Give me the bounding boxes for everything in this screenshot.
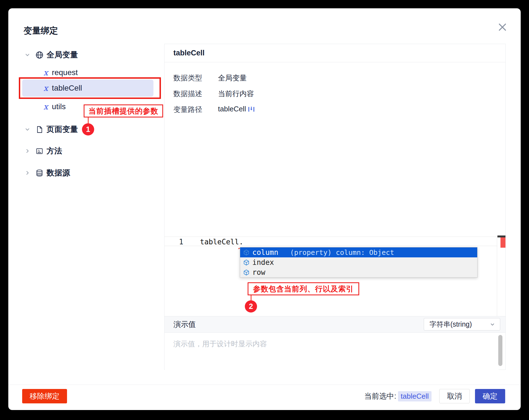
annotation-connector [88,117,89,124]
tree-section-label: 全局变量 [47,50,78,60]
dialog-title: 变量绑定 [24,25,58,37]
current-selection-label: 当前选中: [364,391,396,401]
suggestion-item-row[interactable]: row [240,267,477,277]
autocomplete-dropdown: column (property) column: Object index [240,247,477,278]
tree-item-utils[interactable]: x utils [43,100,66,113]
tree-section-datasource[interactable]: 数据源 [24,166,70,180]
suggestion-item-index[interactable]: index [240,257,477,267]
editor-code-line[interactable]: tableCell. [200,238,243,246]
suggestion-item-column[interactable]: column (property) column: Object [240,247,477,257]
detail-row-label: 数据类型 [173,73,202,83]
annotation-callout-slot-params: 当前插槽提供的参数 [84,104,163,117]
demo-value-label: 演示值 [173,319,196,329]
annotation-badge-1: 1 [82,123,94,135]
overview-error-marker [500,237,505,248]
suggestion-label: column [252,248,278,257]
chevron-right-icon[interactable] [24,148,31,154]
cancel-button[interactable]: 取消 [439,389,470,403]
tree-section-page-variables[interactable]: 页面变量 [24,123,78,136]
chevron-down-icon [489,321,495,327]
demo-value-input[interactable] [165,333,499,370]
cube-icon [243,269,250,276]
cube-icon [243,249,250,256]
svg-text:fx: fx [38,149,40,153]
variable-detail-panel: tableCell 数据类型 全局变量 数据描述 当前行内容 变量路径 tabl… [164,44,506,370]
tree-section-label: 数据源 [47,168,70,178]
page-icon [35,126,44,134]
detail-row-label: 变量路径 [173,105,202,114]
badge-number: 1 [86,125,90,134]
suggestion-label: index [252,258,274,267]
insert-variable-icon[interactable] [248,106,255,114]
chevron-down-icon[interactable] [24,52,31,58]
overview-ruler-mark [497,235,505,237]
tree-section-label: 页面变量 [47,124,78,135]
tree-item-label: utils [52,102,66,111]
footer-actions: 当前选中: tableCell 取消 确定 [364,389,505,403]
current-selection-value: tableCell [398,391,432,401]
scrollbar-thumb[interactable] [498,335,502,366]
detail-title: tableCell [173,49,205,57]
detail-row-value: 当前行内容 [218,89,254,99]
tree-section-methods[interactable]: fx 方法 [24,144,62,158]
editor-ruler-line [497,237,497,316]
database-icon [35,169,44,177]
value-type-select[interactable]: 字符串(string) [424,318,500,331]
detail-row-value: 全局变量 [218,73,247,83]
annotation-connector [251,295,251,301]
cube-icon [243,259,250,266]
annotation-callout-params: 参数包含当前列、行以及索引 [248,282,359,295]
annotation-text: 当前插槽提供的参数 [89,106,158,116]
tree-item-label: request [52,68,78,77]
value-type-selected: 字符串(string) [430,320,472,329]
tree-section-global-variables[interactable]: 全局变量 [24,48,78,62]
detail-header: tableCell [165,44,505,62]
close-icon [497,22,508,32]
chevron-down-icon[interactable] [24,126,31,133]
variable-icon: x [43,68,48,77]
screen-background: 变量绑定 全局变量 x request x tableCell [0,0,529,420]
close-button[interactable] [496,21,509,33]
suggestion-detail: (property) column: Object [290,249,394,257]
annotation-badge-2: 2 [245,300,257,313]
detail-row-value: tableCell [218,105,246,113]
tree-section-label: 方法 [47,146,62,156]
variable-icon: x [43,102,48,111]
function-icon: fx [35,147,44,155]
badge-number: 2 [249,302,253,311]
chevron-right-icon[interactable] [24,170,31,176]
suggestion-label: row [252,268,265,276]
globe-icon [35,51,44,59]
footer-divider [8,385,521,385]
annotation-frame-selected-item [19,77,161,99]
annotation-text: 参数包含当前列、行以及索引 [253,284,354,294]
remove-binding-button[interactable]: 移除绑定 [22,389,67,403]
variable-binding-dialog: 变量绑定 全局变量 x request x tableCell [8,8,521,410]
confirm-button[interactable]: 确定 [475,389,505,403]
editor-line-number: 1 [176,238,183,246]
detail-row-label: 数据描述 [173,89,202,99]
